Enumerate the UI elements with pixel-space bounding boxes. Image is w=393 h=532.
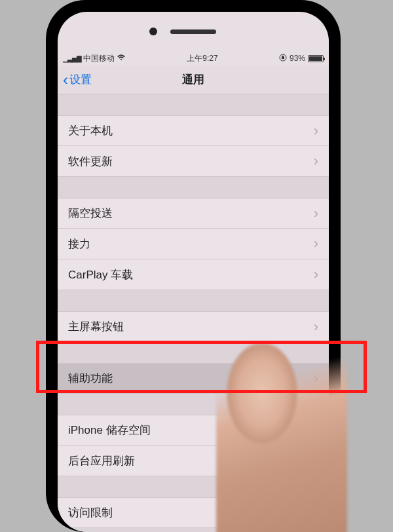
chevron-right-icon: ›: [314, 452, 318, 469]
phone-hardware-top: [58, 12, 329, 51]
row-label: 软件更新: [68, 154, 113, 169]
battery-percent: 93%: [290, 54, 305, 63]
back-button[interactable]: ‹ 设置: [63, 71, 92, 89]
row-accessibility[interactable]: 辅助功能 ›: [58, 363, 329, 394]
row-restrictions[interactable]: 访问限制 ›: [58, 497, 329, 528]
chevron-right-icon: ›: [314, 153, 318, 170]
row-home-button[interactable]: 主屏幕按钮 ›: [58, 311, 329, 342]
back-label: 设置: [69, 72, 92, 87]
earpiece-speaker: [170, 29, 216, 34]
nav-bar: ‹ 设置 通用: [58, 66, 329, 94]
chevron-left-icon: ‹: [63, 71, 68, 89]
front-camera: [149, 28, 157, 35]
chevron-right-icon: ›: [314, 318, 318, 335]
row-label: 隔空投送: [68, 206, 113, 221]
chevron-right-icon: ›: [314, 123, 318, 140]
chevron-right-icon: ›: [314, 504, 318, 522]
phone-frame: ▁▃▅▇ 中国移动 上午9:27 93% ‹ 设置 通用: [46, 0, 341, 532]
wifi-icon: [117, 54, 126, 63]
carrier-label: 中国移动: [83, 53, 115, 64]
status-left: ▁▃▅▇ 中国移动: [63, 53, 126, 64]
row-label: 接力: [68, 237, 90, 252]
row-label: 访问限制: [68, 505, 113, 520]
battery-icon: [308, 55, 324, 62]
row-about[interactable]: 关于本机 ›: [58, 115, 329, 146]
page-title: 通用: [182, 72, 204, 87]
chevron-right-icon: ›: [314, 266, 318, 283]
row-label: 辅助功能: [68, 371, 113, 386]
row-background-refresh[interactable]: 后台应用刷新 ›: [58, 446, 329, 476]
chevron-right-icon: ›: [314, 370, 318, 387]
row-label: 关于本机: [68, 123, 113, 138]
row-label: 后台应用刷新: [68, 453, 135, 468]
phone-screen: ▁▃▅▇ 中国移动 上午9:27 93% ‹ 设置 通用: [58, 12, 329, 532]
row-handoff[interactable]: 接力 ›: [58, 229, 329, 259]
row-label: 主屏幕按钮: [68, 319, 124, 334]
chevron-right-icon: ›: [314, 205, 318, 222]
row-software-update[interactable]: 软件更新 ›: [58, 146, 329, 177]
row-airdrop[interactable]: 隔空投送 ›: [58, 198, 329, 229]
row-iphone-storage[interactable]: iPhone 储存空间 ›: [58, 415, 329, 446]
signal-icon: ▁▃▅▇: [63, 55, 81, 62]
orientation-lock-icon: [279, 54, 287, 64]
chevron-right-icon: ›: [314, 235, 318, 252]
row-label: iPhone 储存空间: [68, 423, 151, 438]
row-carplay[interactable]: CarPlay 车载 ›: [58, 259, 329, 290]
row-label: CarPlay 车载: [68, 267, 133, 282]
settings-list[interactable]: 关于本机 › 软件更新 › 隔空投送 › 接力 › CarPlay 车载 ›: [58, 94, 329, 532]
chevron-right-icon: ›: [314, 422, 318, 439]
status-bar: ▁▃▅▇ 中国移动 上午9:27 93%: [58, 51, 329, 66]
status-time: 上午9:27: [187, 53, 217, 64]
status-right: 93%: [279, 54, 324, 64]
